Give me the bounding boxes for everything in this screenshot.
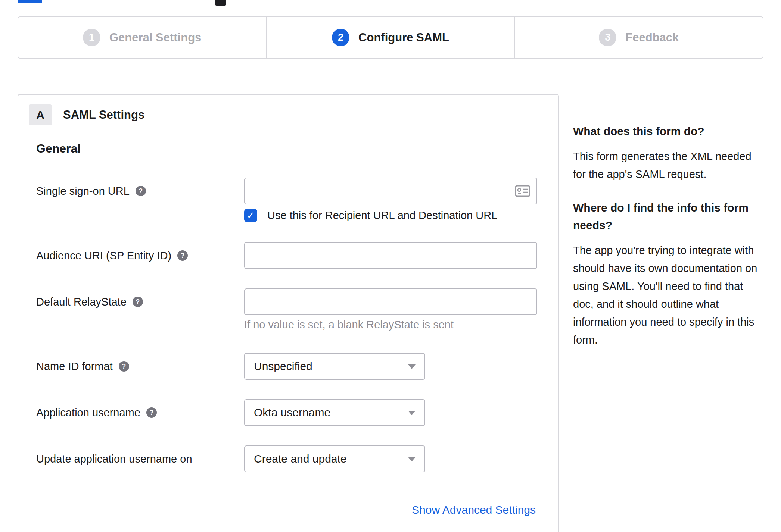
name-id-format-label-text: Name ID format — [36, 360, 113, 373]
chevron-down-icon — [408, 411, 416, 415]
name-id-format-value: Unspecified — [254, 360, 312, 373]
update-username-label-text: Update application username on — [36, 453, 192, 465]
wizard-stepper: 1 General Settings 2 Configure SAML 3 Fe… — [18, 16, 763, 59]
step-label: Feedback — [625, 31, 679, 44]
update-username-value: Create and update — [254, 453, 347, 465]
section-a-badge: A — [29, 104, 52, 125]
relay-state-hint: If no value is set, a blank RelayState i… — [244, 319, 454, 331]
relay-state-input[interactable] — [244, 288, 537, 315]
general-section-title: General — [36, 142, 81, 156]
step-general-settings[interactable]: 1 General Settings — [18, 17, 266, 58]
help-icon[interactable]: ? — [133, 297, 143, 307]
help-icon[interactable]: ? — [119, 361, 129, 372]
help-block-what: What does this form do? This form genera… — [573, 122, 766, 183]
sso-url-label-text: Single sign-on URL — [36, 185, 130, 197]
checkmark-icon: ✓ — [247, 210, 255, 221]
saml-settings-panel: A SAML Settings General Single sign-on U… — [18, 94, 559, 532]
cutoff-link-fragment — [18, 0, 42, 3]
sso-checkbox[interactable]: ✓ — [244, 209, 257, 222]
relay-state-label-text: Default RelayState — [36, 296, 127, 308]
chevron-down-icon — [408, 457, 416, 461]
name-id-format-select[interactable]: Unspecified — [244, 353, 425, 380]
step-configure-saml[interactable]: 2 Configure SAML — [266, 17, 514, 58]
sso-url-input-wrap — [244, 178, 537, 204]
help-block-where: Where do I find the info this form needs… — [573, 199, 766, 349]
step-label: General Settings — [109, 31, 201, 44]
app-username-value: Okta username — [254, 406, 330, 419]
step-number-badge: 2 — [332, 29, 349, 46]
sso-url-label: Single sign-on URL ? — [36, 178, 245, 204]
help-answer: The app you're trying to integrate with … — [573, 241, 766, 349]
step-label: Configure SAML — [358, 31, 449, 44]
help-column: What does this form do? This form genera… — [573, 122, 766, 349]
audience-uri-input[interactable] — [244, 242, 537, 269]
sso-checkbox-label[interactable]: Use this for Recipient URL and Destinati… — [267, 209, 497, 222]
name-id-format-label: Name ID format ? — [36, 353, 245, 380]
help-icon[interactable]: ? — [177, 250, 188, 261]
show-advanced-settings-link[interactable]: Show Advanced Settings — [412, 504, 536, 516]
step-feedback[interactable]: 3 Feedback — [514, 17, 763, 58]
step-number-badge: 3 — [599, 29, 616, 46]
sso-url-input[interactable] — [244, 178, 537, 204]
audience-uri-label-text: Audience URI (SP Entity ID) — [36, 250, 171, 262]
help-icon[interactable]: ? — [146, 407, 157, 418]
help-question: Where do I find the info this form needs… — [573, 199, 766, 234]
sso-checkbox-row: ✓ Use this for Recipient URL and Destina… — [244, 209, 497, 222]
cutoff-page-icon — [215, 0, 226, 6]
chevron-down-icon — [408, 364, 416, 369]
app-username-select[interactable]: Okta username — [244, 399, 425, 426]
audience-uri-label: Audience URI (SP Entity ID) ? — [36, 242, 245, 269]
app-username-label: Application username ? — [36, 399, 245, 426]
update-username-select[interactable]: Create and update — [244, 445, 425, 472]
step-number-badge: 1 — [83, 29, 100, 46]
relay-state-label: Default RelayState ? — [36, 288, 245, 315]
panel-title: SAML Settings — [63, 104, 144, 125]
help-question: What does this form do? — [573, 122, 766, 140]
help-answer: This form generates the XML needed for t… — [573, 147, 766, 183]
help-icon[interactable]: ? — [136, 186, 146, 196]
update-username-label: Update application username on — [36, 445, 245, 472]
app-username-label-text: Application username — [36, 407, 140, 419]
